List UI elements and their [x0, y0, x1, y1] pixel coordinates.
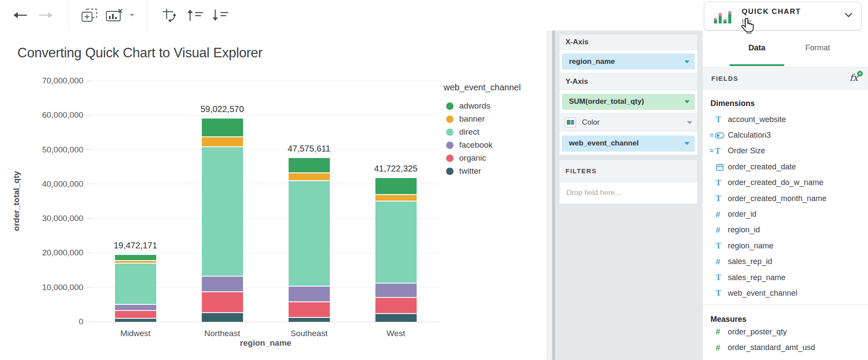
- y-axis-field-pill[interactable]: SUM(order_total_qty): [562, 94, 695, 110]
- gridline: [92, 81, 439, 81]
- add-chart-button[interactable]: [79, 0, 100, 30]
- caret-down-icon[interactable]: [684, 100, 690, 103]
- bar-total-label: 19,472,171: [92, 241, 179, 251]
- fields-header-bar: FIELDS fx+: [703, 67, 868, 89]
- caret-down-icon[interactable]: [684, 60, 690, 63]
- field-item[interactable]: Torder_created_month_name: [703, 191, 868, 206]
- field-item[interactable]: =Calculation3: [703, 127, 868, 143]
- field-item[interactable]: #region_id: [703, 222, 868, 238]
- color-field-pill[interactable]: web_event_channel: [562, 135, 695, 152]
- bar-segment-facebook[interactable]: [115, 304, 156, 310]
- field-label: Calculation3: [728, 131, 771, 140]
- bar-segment-twitter[interactable]: [375, 313, 417, 322]
- scrollbar-thumb[interactable]: [552, 30, 555, 360]
- x-tick-label: Southeast: [274, 329, 344, 338]
- legend-swatch: [446, 116, 454, 123]
- field-item[interactable]: Taccount_website: [703, 112, 868, 127]
- field-item[interactable]: #: [703, 356, 868, 360]
- remove-chart-dropdown[interactable]: [127, 0, 137, 30]
- tab-data[interactable]: Data: [729, 30, 785, 65]
- y-tick-mark: [86, 115, 92, 116]
- bar-segment-organic[interactable]: [115, 310, 156, 318]
- bar-segment-banner[interactable]: [289, 172, 330, 180]
- forward-button[interactable]: [36, 0, 56, 30]
- x-axis-title: region_name: [222, 338, 309, 348]
- caret-down-icon[interactable]: [687, 121, 692, 124]
- x-axis-field-label: region_name: [569, 57, 615, 66]
- bar-segment-organic[interactable]: [202, 291, 243, 312]
- bar-segment-twitter[interactable]: [115, 318, 156, 322]
- bar-segment-direct[interactable]: [115, 263, 156, 304]
- y-tick-label: 40,000,000: [0, 179, 83, 189]
- bar-segment-banner[interactable]: [375, 194, 417, 201]
- bar-segment-twitter[interactable]: [202, 312, 243, 322]
- fields-panel: Data Format FIELDS fx+ Dimensions Taccou…: [702, 30, 868, 360]
- y-tick-label: 50,000,000: [0, 145, 83, 155]
- filters-dropzone[interactable]: Drop field here...: [559, 182, 697, 204]
- bar-segment-direct[interactable]: [202, 146, 243, 275]
- y-axis-title: order_total_qty: [12, 158, 21, 244]
- chart-canvas: Converting Quick Chart to Visual Explore…: [0, 30, 547, 360]
- legend-item[interactable]: banner: [444, 112, 521, 126]
- legend-items: adwordsbannerdirectfacebookorganictwitte…: [444, 99, 521, 178]
- field-item[interactable]: #order_poster_qty: [703, 324, 868, 340]
- bar-segment-twitter[interactable]: [289, 317, 330, 322]
- field-item[interactable]: #sales_rep_id: [703, 254, 868, 270]
- legend-item[interactable]: twitter: [444, 165, 521, 178]
- remove-chart-icon: [105, 8, 124, 22]
- bar-segment-adwords[interactable]: [115, 255, 156, 260]
- field-item[interactable]: Tweb_event_channel: [703, 285, 868, 301]
- legend-item[interactable]: facebook: [444, 139, 521, 152]
- bar-total-label: 41,722,325: [352, 164, 439, 174]
- swap-axes-button[interactable]: [160, 0, 181, 30]
- bar-west[interactable]: [375, 178, 417, 322]
- color-row[interactable]: Color: [559, 113, 697, 132]
- x-tick-label: Midwest: [101, 329, 170, 338]
- bar-segment-facebook[interactable]: [375, 283, 417, 297]
- bar-southeast[interactable]: [289, 158, 330, 322]
- caret-down-icon[interactable]: [684, 142, 690, 145]
- y-tick-label: 30,000,000: [0, 214, 83, 223]
- y-tick-label: 60,000,000: [0, 110, 83, 120]
- y-tick-mark: [86, 322, 92, 322]
- bar-total-label: 59,022,570: [179, 104, 266, 114]
- legend-item[interactable]: direct: [444, 126, 521, 139]
- field-item[interactable]: Tregion_name: [703, 238, 868, 254]
- x-axis-field-pill[interactable]: region_name: [562, 53, 695, 69]
- field-item[interactable]: #order_standard_amt_usd: [703, 340, 868, 355]
- bar-segment-facebook[interactable]: [202, 276, 243, 291]
- plot-area: 010,000,00020,000,00030,000,00040,000,00…: [92, 81, 439, 322]
- tab-format[interactable]: Format: [789, 30, 846, 65]
- back-button[interactable]: [10, 0, 30, 30]
- field-label: sales_rep_name: [728, 273, 786, 282]
- quick-chart-button[interactable]: QUICK CHART Bar: [704, 2, 861, 30]
- add-calculation-button[interactable]: fx+: [849, 73, 858, 83]
- field-item[interactable]: Tsales_rep_name: [703, 270, 868, 285]
- filters-card: FILTERS Drop field here...: [559, 159, 698, 204]
- bar-segment-organic[interactable]: [289, 301, 330, 317]
- legend-item[interactable]: adwords: [444, 99, 521, 112]
- bar-segment-banner[interactable]: [202, 136, 243, 146]
- sort-descending-button[interactable]: [210, 0, 231, 30]
- remove-chart-button[interactable]: [103, 0, 126, 30]
- field-item[interactable]: =TOrder Size: [703, 143, 868, 159]
- field-item[interactable]: order_created_date: [703, 159, 868, 175]
- bar-segment-facebook[interactable]: [289, 286, 330, 301]
- chart-title: Converting Quick Chart to Visual Explore…: [17, 45, 263, 61]
- bar-segment-organic[interactable]: [375, 297, 417, 313]
- active-tab-underline: [730, 64, 784, 66]
- field-item[interactable]: Torder_created_do_w_name: [703, 175, 868, 191]
- bar-segment-direct[interactable]: [375, 201, 417, 283]
- bar-segment-adwords[interactable]: [202, 119, 243, 136]
- bar-segment-adwords[interactable]: [289, 158, 330, 172]
- field-item[interactable]: #order_id: [703, 206, 868, 222]
- sort-ascending-button[interactable]: [185, 0, 206, 30]
- legend-item[interactable]: organic: [444, 152, 521, 165]
- bar-segment-adwords[interactable]: [375, 178, 417, 194]
- toggle-calc-icon: =: [716, 132, 728, 139]
- bar-northeast[interactable]: [202, 119, 243, 322]
- bar-segment-direct[interactable]: [289, 180, 330, 286]
- field-label: region_id: [728, 225, 760, 234]
- bar-midwest[interactable]: [115, 255, 156, 322]
- x-tick-label: West: [361, 329, 431, 338]
